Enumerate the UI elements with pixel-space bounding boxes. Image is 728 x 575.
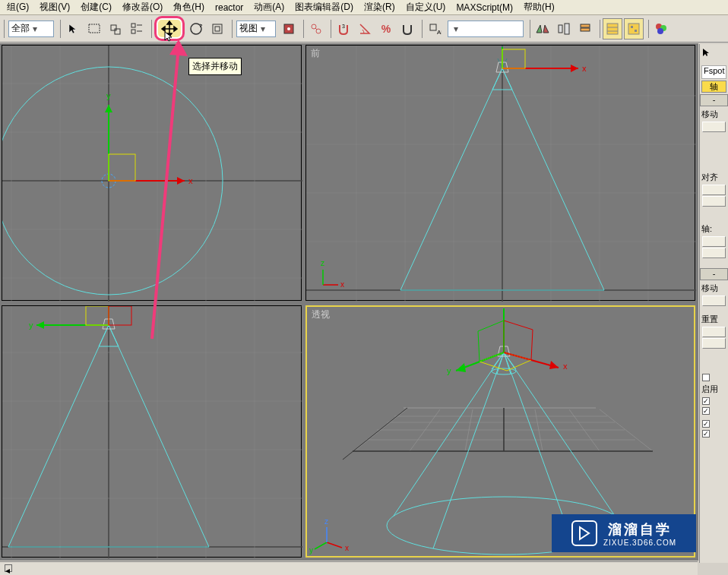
viewport-perspective-label: 透视 — [312, 308, 330, 321]
schematic-view-tool[interactable] — [624, 18, 644, 39]
coord-system-dropdown[interactable]: 视图▾ — [236, 21, 276, 37]
svg-line-95 — [109, 325, 119, 346]
move-tooltip: 选择并移动 — [188, 58, 242, 75]
rotate-tool[interactable] — [186, 18, 206, 39]
svg-line-64 — [400, 68, 502, 290]
axis-group-label: 轴: — [700, 223, 728, 235]
status-bar: ◂ — [0, 561, 698, 575]
checkbox-1[interactable] — [702, 373, 726, 382]
menu-view[interactable]: 视图(V) — [34, 0, 75, 15]
select-window-tool[interactable] — [106, 18, 125, 39]
checkbox-3[interactable]: ✓ — [702, 406, 726, 415]
select-move-button[interactable] — [154, 16, 185, 41]
menu-reactor[interactable]: reactor — [210, 1, 248, 14]
menu-render[interactable]: 渲染(R) — [359, 0, 400, 15]
main-toolbar: 全部▾ 视图▾ 3 % ABC ▾ — [0, 15, 728, 43]
checkbox-2[interactable]: ✓ — [702, 396, 726, 406]
named-sets-dropdown[interactable]: ▾ — [448, 21, 524, 37]
angle-snap-toggle[interactable] — [355, 18, 375, 39]
svg-rect-50 — [109, 154, 135, 181]
align-tool[interactable] — [554, 18, 574, 39]
menu-help[interactable]: 帮助(H) — [518, 0, 560, 15]
svg-line-118 — [504, 352, 615, 516]
rollout-header-1[interactable]: - — [700, 94, 728, 106]
select-link-tool[interactable] — [306, 18, 326, 39]
svg-point-32 — [657, 28, 663, 34]
panel-button-8[interactable] — [702, 338, 726, 349]
menu-customize[interactable]: 自定义(U) — [400, 0, 451, 15]
menu-create[interactable]: 创建(C) — [75, 0, 117, 15]
axis-rollout-button[interactable]: 轴 — [701, 81, 726, 93]
watermark: 溜溜自学 ZIXUE.3D66.COM — [552, 514, 696, 552]
rollout-header-2[interactable]: - — [700, 268, 728, 280]
scale-tool[interactable] — [207, 18, 227, 39]
move2-label: 移动 — [700, 282, 728, 295]
object-name-field[interactable]: Fspot — [701, 65, 726, 79]
svg-rect-2 — [115, 29, 120, 34]
menu-maxscript[interactable]: MAXScript(M) — [451, 1, 518, 14]
menu-group[interactable]: 组(G) — [2, 0, 34, 15]
svg-line-110 — [600, 409, 653, 451]
select-region-tool[interactable] — [84, 18, 104, 39]
svg-rect-24 — [607, 24, 618, 34]
selection-filter-dropdown[interactable]: 全部▾ — [8, 21, 54, 37]
panel-button-7[interactable] — [702, 327, 726, 337]
svg-text:y: y — [447, 366, 451, 375]
mirror-tool[interactable] — [533, 18, 552, 39]
select-by-name-tool[interactable] — [127, 18, 147, 39]
viewport-top[interactable]: x y — [2, 45, 302, 301]
svg-line-114 — [343, 408, 407, 460]
svg-rect-99 — [86, 306, 109, 325]
use-pivot-tool[interactable] — [279, 18, 299, 39]
svg-rect-23 — [581, 28, 590, 31]
bottom-left-button[interactable]: ◂ — [5, 564, 12, 572]
curve-editor-tool[interactable] — [603, 18, 622, 39]
panel-button-3[interactable] — [702, 196, 726, 207]
svg-text:3: 3 — [342, 24, 345, 29]
svg-text:z: z — [321, 259, 324, 267]
material-editor[interactable] — [651, 18, 671, 39]
align-label: 对齐 — [700, 171, 728, 184]
named-sets-tool[interactable]: ABC — [425, 18, 445, 39]
menu-character[interactable]: 角色(H) — [168, 0, 210, 15]
menu-schematic[interactable]: 图表编辑器(D) — [290, 0, 359, 15]
watermark-text-cn: 溜溜自学 — [603, 520, 676, 539]
checkbox-4[interactable]: ✓ — [702, 419, 726, 428]
panel-button-4[interactable] — [702, 236, 726, 247]
svg-text:y: y — [106, 91, 111, 100]
svg-text:x: x — [188, 176, 193, 185]
viewport-left[interactable]: y — [2, 305, 302, 558]
svg-rect-21 — [565, 24, 569, 34]
snap-toggle[interactable]: 3 — [334, 18, 353, 39]
svg-text:y: y — [309, 546, 313, 554]
svg-rect-11 — [215, 27, 220, 31]
percent-snap-toggle[interactable]: % — [376, 18, 396, 39]
menu-animation[interactable]: 动画(A) — [248, 0, 290, 15]
checkbox-5[interactable]: ✓ — [702, 429, 726, 438]
viewport-front-label: 前 — [311, 47, 320, 60]
select-tool[interactable] — [63, 18, 83, 39]
menu-modifier[interactable]: 修改器(O) — [117, 0, 168, 15]
svg-line-105 — [354, 409, 407, 451]
svg-line-16 — [315, 28, 317, 30]
svg-rect-28 — [631, 26, 633, 28]
menubar: 组(G) 视图(V) 创建(C) 修改器(O) 角色(H) reactor 动画… — [0, 0, 728, 15]
panel-button-2[interactable] — [702, 185, 726, 195]
panel-create-tab[interactable] — [701, 44, 714, 61]
svg-text:y: y — [29, 321, 33, 330]
panel-button-5[interactable] — [702, 248, 726, 258]
svg-rect-22 — [581, 24, 590, 27]
spinner-snap-toggle[interactable] — [397, 18, 417, 39]
panel-modify-tab[interactable] — [715, 44, 728, 61]
svg-rect-3 — [131, 24, 135, 27]
panel-button-6[interactable] — [702, 295, 726, 306]
svg-text:x: x — [582, 64, 587, 73]
panel-button-1[interactable] — [702, 122, 726, 132]
svg-text:z: z — [324, 517, 328, 526]
viewport-front[interactable]: 前 x — [305, 45, 695, 301]
svg-rect-27 — [628, 24, 639, 34]
layer-manager[interactable] — [575, 18, 595, 39]
watermark-logo — [571, 520, 597, 546]
svg-text:ABC: ABC — [437, 29, 442, 36]
svg-rect-74 — [502, 49, 525, 68]
